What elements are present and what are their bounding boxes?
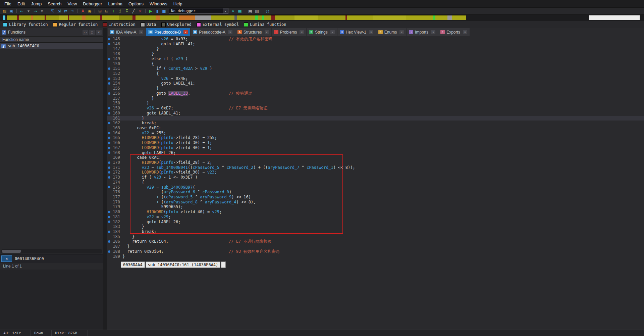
undefine-icon[interactable]: × <box>137 8 143 14</box>
search-text-icon[interactable]: A <box>80 8 86 14</box>
close-panel-button[interactable]: × <box>96 30 102 35</box>
tab-close-icon[interactable]: × <box>463 30 467 34</box>
pause-process-icon[interactable]: ▮ <box>154 8 160 14</box>
virtual-memory-icon[interactable]: ▦ <box>237 8 243 14</box>
code-line[interactable]: 160 goto LABEL_41; <box>107 111 644 116</box>
functions-hscrollbar-thumb[interactable] <box>2 250 21 253</box>
navigate-forward-icon[interactable]: → <box>32 8 38 14</box>
code-line[interactable]: 153 v26 = 0x4E; <box>107 76 644 81</box>
menu-item-file[interactable]: File <box>1 0 14 7</box>
code-line[interactable]: 163 case 0xFC: <box>107 126 644 131</box>
tab-close-icon[interactable]: × <box>183 30 188 34</box>
tab-close-icon[interactable]: × <box>228 30 232 34</box>
code-line[interactable]: 189} <box>107 254 644 259</box>
tab-close-icon[interactable]: × <box>369 30 373 34</box>
code-line[interactable]: 159 v26 = 0xE7;// E7 无需网络验证 <box>107 106 644 111</box>
tab-pseudocode-b[interactable]: ▦Pseudocode-B× <box>146 28 190 36</box>
code-line[interactable]: 185 } <box>107 234 644 239</box>
jump-function-icon[interactable]: ↷ <box>69 8 75 14</box>
code-line[interactable]: 173 if ( v23 - 1 <= 0x3E7 ) <box>107 175 644 180</box>
code-line[interactable]: 150 { <box>107 61 644 66</box>
tab-close-icon[interactable]: × <box>300 30 304 34</box>
code-line[interactable]: 184 break; <box>107 229 644 234</box>
jump-xref-icon[interactable]: ⇄ <box>63 8 69 14</box>
script-command-icon[interactable]: ▥ <box>254 8 260 14</box>
code-line[interactable]: 146 goto LABEL_41; <box>107 42 644 47</box>
navigate-back-icon[interactable]: ← <box>19 8 25 14</box>
patch-icon[interactable]: ╱ <box>130 8 137 14</box>
save-icon[interactable]: ▣ <box>8 8 14 14</box>
code-line[interactable]: 187 } <box>107 244 644 249</box>
code-line[interactable]: 171 v23 = sub_14000B041((cPassword_5 ^ c… <box>107 165 644 170</box>
code-line[interactable]: 169 case 0xAC: <box>107 155 644 160</box>
code-line[interactable]: 156 goto LABEL_33;// 校验通过 <box>107 91 644 96</box>
code-line[interactable]: 183 } <box>107 224 644 229</box>
code-line[interactable]: 182 goto LABEL_26; <box>107 220 644 225</box>
float-window-button[interactable]: ▭ <box>83 30 88 35</box>
tab-close-icon[interactable]: × <box>431 30 435 34</box>
code-line[interactable]: 170 HIDWORD(pInfo->field_28) = 2; <box>107 160 644 165</box>
start-process-icon[interactable]: ▶ <box>148 8 154 14</box>
code-line[interactable]: 181 v22 = v29; <box>107 214 644 220</box>
code-line[interactable]: 176 (aryPassword_6 ^ cPassword_0) <box>107 190 644 195</box>
toolbar-search-input[interactable] <box>589 15 640 20</box>
menu-item-debugger[interactable]: Debugger <box>80 0 105 7</box>
tab-close-icon[interactable]: × <box>330 30 335 34</box>
tab-strings[interactable]: SStrings× <box>307 28 337 36</box>
tab-ida-view-a[interactable]: ▦IDA View-A× <box>108 28 146 36</box>
combo-dropdown-icon[interactable]: ▾ <box>223 8 228 13</box>
tab-structures[interactable]: AStructures× <box>235 28 271 36</box>
tab-close-icon[interactable]: × <box>399 30 404 34</box>
set-color-icon[interactable]: ◉ <box>87 8 93 14</box>
shift-up-icon[interactable]: ↥ <box>117 8 123 14</box>
create-struct-icon[interactable]: ⊞ <box>97 8 103 14</box>
code-line[interactable]: 172 LODWORD(pInfo->field_30) = v23; <box>107 170 644 175</box>
jump-address-icon[interactable]: ⇱ <box>49 8 55 14</box>
code-line[interactable]: 188 return 0x93i64;// 93 有效的用户名和密码 <box>107 249 644 254</box>
tab-close-icon[interactable]: × <box>139 30 143 34</box>
code-line[interactable]: 158 } <box>107 101 644 106</box>
recent-scripts-icon[interactable]: ▤ <box>247 8 253 14</box>
code-line[interactable]: 164 v22 = 255; <box>107 131 644 136</box>
watch-list-icon[interactable]: ◎ <box>264 8 270 14</box>
navigate-back-history-icon[interactable]: ▾ <box>25 8 32 14</box>
code-line[interactable]: 161 } <box>107 116 644 121</box>
tab-problems[interactable]: !Problems× <box>272 28 307 36</box>
menu-item-windows[interactable]: Windows <box>147 0 170 7</box>
menu-item-options[interactable]: Options <box>125 0 147 7</box>
dock-window-button[interactable]: □ <box>89 30 95 35</box>
menu-item-view[interactable]: View <box>64 0 80 7</box>
code-line[interactable]: 179 5999655); <box>107 204 644 209</box>
clear-filter-button[interactable]: × <box>1 255 12 262</box>
code-line[interactable]: 149 else if ( v29 ) <box>107 56 644 61</box>
menu-item-jump[interactable]: Jump <box>28 0 45 7</box>
code-line[interactable]: 145 v26 = 0x93;// 有效的用户名和密码 <box>107 37 644 42</box>
function-name-column-header[interactable]: Function name <box>0 36 103 43</box>
shift-down-icon[interactable]: ↧ <box>124 8 130 14</box>
functions-hscrollbar[interactable] <box>1 249 102 253</box>
function-row[interactable]: ƒsub_14036E4C0 <box>0 43 103 49</box>
navigate-forward-history-icon[interactable]: ▾ <box>39 8 45 14</box>
attach-process-icon[interactable]: » <box>230 8 236 14</box>
menu-item-lumina[interactable]: Lumina <box>105 0 125 7</box>
debugger-selector[interactable]: No debugger▾ <box>169 8 228 14</box>
tab-close-icon[interactable]: × <box>265 30 269 34</box>
code-line[interactable]: 151 if ( Const_4B2A > v29 ) <box>107 66 644 71</box>
code-line[interactable]: 177 + ((cPassword_5 ^ aryPassword_9) << … <box>107 195 644 200</box>
tab-imports[interactable]: ↓Imports× <box>407 28 438 36</box>
code-line[interactable]: 166 LODWORD(pInfo->field_30) = 1; <box>107 140 644 145</box>
code-line[interactable]: 152 { <box>107 71 644 76</box>
menu-item-edit[interactable]: Edit <box>14 0 28 7</box>
menu-item-help[interactable]: Help <box>170 0 185 7</box>
create-union-icon[interactable]: ⊟ <box>104 8 110 14</box>
panel-splitter[interactable] <box>103 28 107 330</box>
code-line[interactable]: 147 } <box>107 46 644 51</box>
code-line[interactable]: 178 + ((aryPassword_8 ^ aryPassword_4) <… <box>107 200 644 205</box>
code-line[interactable]: 154 goto LABEL_41; <box>107 81 644 86</box>
code-line[interactable]: 148 } <box>107 51 644 56</box>
stop-process-icon[interactable]: ■ <box>161 8 167 14</box>
navigation-band[interactable] <box>3 15 466 20</box>
tab-pseudocode-a[interactable]: ▦Pseudocode-A× <box>191 28 235 36</box>
open-file-icon[interactable]: ▨ <box>2 8 8 14</box>
code-line[interactable]: 162 break; <box>107 121 644 126</box>
